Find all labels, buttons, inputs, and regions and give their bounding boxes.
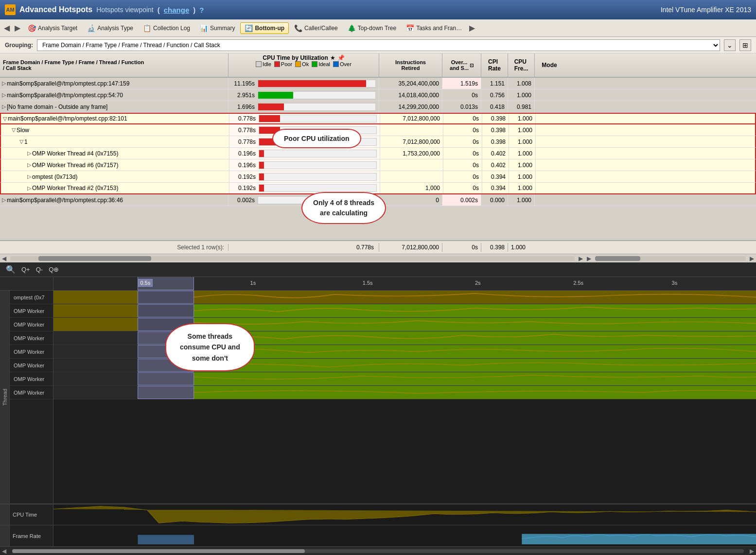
cell-cpu-10: 0.002s: [229, 194, 379, 206]
zoom-fit-btn[interactable]: 🔍: [4, 264, 18, 275]
expand-icon-6[interactable]: ▷: [27, 150, 31, 156]
table-row[interactable]: ▷ main$omp$parallel@/tmp/omptest.cpp:36:…: [0, 194, 756, 206]
scroll-right-btn3[interactable]: ▶: [748, 255, 756, 262]
cell-mode-1: [535, 89, 564, 101]
timeline-toolbar: 🔍 Q+ Q- Q⊕: [0, 262, 756, 277]
cell-frame-6: ▷ OMP Worker Thread #4 (0x7155): [1, 148, 229, 159]
tl-scroll-thumb[interactable]: [12, 549, 305, 553]
expand-icon-10[interactable]: ▷: [2, 197, 6, 203]
col-header-cpu: CPU Time by Utilization ★ 📌 Idle Poor Ok…: [229, 53, 379, 77]
zoom-in-btn[interactable]: Q+: [19, 265, 32, 274]
expand-icon-7[interactable]: ▷: [27, 162, 31, 168]
table-area: Frame Domain / Frame Type / Frame / Thre…: [0, 53, 756, 262]
h-scroll-thumb2[interactable]: [595, 256, 640, 261]
expand-icon-2[interactable]: ▷: [2, 104, 6, 110]
ruler-ticks: 0.5s 1s 1.5s 2s 2.5s 3s: [53, 277, 756, 290]
table-row[interactable]: ▷ omptest (0x713d) 0.192s 0s 0.394 1.000: [0, 171, 756, 183]
cell-mode-8: [536, 171, 565, 182]
cell-cpuf-10: 1.000: [508, 194, 535, 206]
svg-rect-2: [138, 535, 194, 545]
cell-cpuf-5: 1.000: [509, 136, 536, 147]
ruler-tick-2: 1.5s: [363, 280, 373, 286]
tl-scroll-left[interactable]: ◀: [0, 548, 8, 555]
help-icon[interactable]: ?: [199, 6, 204, 14]
tab-caller-callee[interactable]: 📞 Caller/Callee: [290, 22, 342, 34]
col-over-expand[interactable]: ⊡: [470, 63, 474, 68]
selected-cpi: 0.398: [481, 243, 508, 252]
scroll-right-btn[interactable]: ▶: [577, 255, 585, 262]
cell-cpuf-7: 1.000: [509, 159, 536, 171]
cell-mode-2: [535, 101, 564, 112]
h-scroll-track2[interactable]: [595, 256, 746, 261]
table-row[interactable]: ▷ main$omp$parallel@/tmp/omptest.cpp:147…: [0, 78, 756, 89]
app-title: Advanced Hotspots: [19, 5, 92, 14]
frame-rate-track: [53, 525, 756, 546]
cell-cpi-3: 0.398: [482, 114, 509, 123]
cell-cpuf-3: 1.000: [509, 114, 536, 123]
tab-tasks-and-fran[interactable]: 📅 Tasks and Fran…: [402, 22, 466, 34]
h-scroll-thumb[interactable]: [38, 256, 151, 261]
expand-icon-8[interactable]: ▷: [27, 173, 31, 180]
cell-cpu-8: 0.192s: [229, 171, 380, 182]
h-scroll-track[interactable]: [10, 256, 575, 261]
expand-icon-5[interactable]: ▽: [19, 139, 23, 145]
tab-summary[interactable]: 📊 Summary: [195, 22, 239, 34]
table-row[interactable]: ▽ main$omp$parallel@/tmp/omptest.cpp:82:…: [0, 113, 756, 124]
expand-icon-4[interactable]: ▽: [12, 127, 16, 133]
horizontal-scrollbar[interactable]: ◀ ▶ ▶ ▶: [0, 254, 756, 262]
grouping-select[interactable]: Frame Domain / Frame Type / Frame / Thre…: [37, 39, 720, 51]
tab-analysis-target[interactable]: 🎯 Analysis Target: [23, 22, 82, 34]
cell-cpi-0: 1.151: [481, 78, 508, 89]
tab-bottom-up[interactable]: 🔄 Bottom-up: [240, 22, 289, 34]
table-row[interactable]: ▽ 1 0.778s 7,012,800,000 0s 0.398 1.000: [0, 136, 756, 148]
col-header-mode: Mode: [535, 53, 564, 77]
timeline-area: 🔍 Q+ Q- Q⊕ 0.5s 1s 1.5s 2: [0, 262, 756, 555]
tab-analysis-type[interactable]: 🔬 Analysis Type: [83, 22, 138, 34]
cell-over-4: 0s: [443, 124, 482, 136]
cell-instr-1: 14,018,400,000: [379, 89, 442, 101]
table-row[interactable]: ▷ OMP Worker Thread #4 (0x7155) 0.196s 1…: [0, 148, 756, 159]
tab-collection-log[interactable]: 📋 Collection Log: [139, 22, 194, 34]
cell-over-9: 0s: [443, 183, 482, 193]
cell-cpi-7: 0.402: [482, 159, 509, 171]
star-icon[interactable]: ★: [330, 54, 335, 61]
zoom-out-btn[interactable]: Q-: [34, 265, 45, 274]
back-button[interactable]: ◀: [2, 23, 12, 33]
tl-scroll-right[interactable]: ▶: [748, 548, 756, 555]
expand-icon-0[interactable]: ▷: [2, 80, 6, 87]
table-row[interactable]: ▽ Slow 0.778s 0s 0.398 1.000: [0, 124, 756, 136]
cell-mode-0: [535, 78, 564, 89]
col-pin-icon[interactable]: 📌: [337, 54, 345, 61]
fwd-button[interactable]: ▶: [13, 23, 22, 33]
thread-label-1: OMP Worker: [10, 304, 53, 318]
cell-over-2: 0.013s: [442, 101, 481, 112]
tl-scroll-track[interactable]: [12, 549, 744, 553]
summary-icon: 📊: [200, 24, 208, 32]
cell-over-7: 0s: [443, 159, 482, 171]
table-row[interactable]: ▷ [No frame domain - Outside any frame] …: [0, 101, 756, 113]
cell-mode-5: [536, 136, 565, 147]
cpu-bar-3: [259, 115, 377, 122]
table-row[interactable]: ▷ OMP Worker Thread #2 (0x7153) 0.192s 1…: [0, 183, 756, 194]
expand-icon-1[interactable]: ▷: [2, 92, 6, 98]
ruler-tick-3: 2s: [475, 280, 481, 286]
timeline-scrollbar[interactable]: ◀ ▶: [0, 546, 756, 555]
change-viewpoint-link[interactable]: change: [164, 6, 190, 14]
track-1: [53, 304, 756, 318]
tab-overflow-arrow[interactable]: ▶: [467, 23, 477, 33]
table-row[interactable]: ▷ OMP Worker Thread #6 (0x7157) 0.196s 0…: [0, 159, 756, 171]
cell-cpu-2: 1.696s: [229, 101, 379, 112]
grouping-label: Grouping:: [5, 42, 33, 49]
tab-top-down-tree[interactable]: 🌲 Top-down Tree: [343, 22, 401, 34]
table-row[interactable]: ▷ main$omp$parallel@/tmp/omptest.cpp:54:…: [0, 89, 756, 101]
grouping-dropdown-btn[interactable]: ⌄: [724, 39, 736, 51]
expand-icon-3[interactable]: ▽: [3, 116, 7, 122]
ruler-tick-0: 0.5s: [138, 279, 153, 287]
track-6: [53, 372, 756, 386]
scroll-left-btn[interactable]: ◀: [0, 255, 8, 262]
expand-icon-9[interactable]: ▷: [27, 185, 31, 191]
grouping-settings-btn[interactable]: ⊞: [739, 39, 751, 51]
cell-mode-4: [536, 124, 565, 136]
zoom-select-btn[interactable]: Q⊕: [47, 265, 61, 274]
scroll-right-btn2[interactable]: ▶: [585, 255, 593, 262]
